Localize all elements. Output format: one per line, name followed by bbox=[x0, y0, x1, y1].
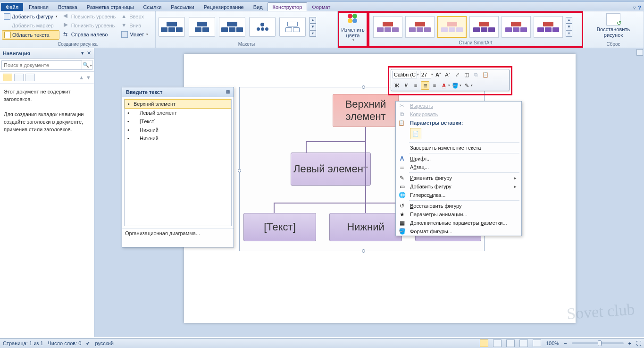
add-shape-button[interactable]: Добавить фигуру▾ bbox=[2, 12, 59, 21]
bold-icon[interactable]: Ж bbox=[393, 81, 401, 90]
align-center-icon[interactable]: ≣ bbox=[421, 81, 429, 90]
layout-thumb[interactable] bbox=[219, 17, 245, 37]
nav-prev-icon[interactable]: ▲ bbox=[79, 75, 84, 80]
ctx-cut[interactable]: ✂Вырезать bbox=[396, 102, 521, 110]
shrink-font-icon[interactable]: A˅ bbox=[443, 70, 452, 79]
nav-view-pages[interactable] bbox=[14, 74, 24, 81]
layout-dropdown[interactable]: Макет▾ bbox=[119, 30, 150, 39]
ctx-change-shape[interactable]: ✎Изменить фигуру▸ bbox=[396, 174, 521, 182]
search-input[interactable] bbox=[1, 60, 82, 70]
ribbon-minimize-icon[interactable]: ▿ bbox=[633, 5, 636, 11]
layout-thumb[interactable] bbox=[249, 17, 276, 37]
textpane-list[interactable]: Верхний элемент Левый элемент [Текст] Ни… bbox=[124, 99, 232, 226]
ctx-hyperlink[interactable]: 🌐Гиперссылка... bbox=[396, 191, 521, 199]
nav-view-headings[interactable] bbox=[3, 74, 12, 81]
paste-icon[interactable]: 📋 bbox=[481, 70, 490, 79]
ctx-more-layout[interactable]: ▦Дополнительные параметры разметки... bbox=[396, 219, 521, 227]
list-item[interactable]: Верхний элемент bbox=[125, 99, 231, 109]
tab-format[interactable]: Формат bbox=[307, 3, 335, 11]
view-print-layout[interactable] bbox=[480, 340, 488, 347]
gallery-more-icon[interactable]: ▾ bbox=[309, 30, 316, 37]
style-thumb[interactable] bbox=[502, 16, 531, 38]
gallery-more-icon[interactable]: ▾ bbox=[566, 30, 572, 37]
layout-thumb[interactable] bbox=[279, 17, 306, 37]
rtl-button[interactable]: ⇆Справа налево bbox=[61, 30, 118, 39]
view-draft[interactable] bbox=[533, 340, 541, 347]
status-language[interactable]: русский bbox=[95, 340, 113, 346]
status-words[interactable]: Число слов: 0 bbox=[48, 340, 82, 346]
context-menu[interactable]: ✂Вырезать ⧉Копировать 📋Параметры вставки… bbox=[395, 101, 522, 236]
align-left-icon[interactable]: ≡ bbox=[411, 81, 420, 90]
style-thumb-selected[interactable] bbox=[437, 16, 467, 38]
nav-dropdown-icon[interactable]: ▾ bbox=[81, 50, 84, 56]
list-item[interactable]: Нижний bbox=[125, 126, 231, 134]
nav-view-results[interactable] bbox=[25, 74, 35, 81]
ctx-paragraph[interactable]: ≣Абзац... bbox=[396, 163, 521, 171]
font-color-icon[interactable]: A bbox=[440, 81, 448, 90]
fill-color-icon[interactable]: 🪣 bbox=[451, 81, 460, 90]
list-item[interactable]: [Текст] bbox=[125, 117, 231, 126]
view-outline[interactable] bbox=[519, 340, 528, 347]
promote-button[interactable]: ⯇Повысить уровень bbox=[61, 12, 118, 21]
close-icon[interactable]: ✕ bbox=[87, 50, 91, 56]
ctx-end-edit[interactable]: Завершить изменение текста bbox=[396, 144, 521, 152]
status-page[interactable]: Страница: 1 из 1 bbox=[3, 340, 43, 346]
layouts-gallery[interactable]: ▲▼▾ bbox=[158, 12, 335, 41]
styles-icon[interactable]: ◫ bbox=[462, 70, 471, 79]
layout-thumb[interactable] bbox=[189, 17, 215, 37]
close-icon[interactable]: ⊠ bbox=[226, 89, 230, 95]
gallery-down-icon[interactable]: ▼ bbox=[566, 24, 572, 30]
help-icon[interactable]: ? bbox=[638, 5, 641, 11]
smartart-node-text[interactable]: [Текст] bbox=[243, 213, 316, 241]
style-thumb[interactable] bbox=[534, 16, 563, 38]
smartart-node-lower[interactable]: Нижний bbox=[329, 213, 402, 241]
demote-button[interactable]: ⯈Понизить уровень bbox=[61, 21, 118, 30]
list-item[interactable]: Левый элемент bbox=[125, 109, 231, 117]
reset-graphic-button[interactable]: ↺ Восстановить рисунок bbox=[585, 12, 642, 39]
tab-references[interactable]: Ссылки bbox=[139, 3, 167, 11]
layout-thumb[interactable] bbox=[159, 17, 185, 37]
ctx-font[interactable]: AШрифт... bbox=[396, 154, 521, 163]
tab-review[interactable]: Рецензирование bbox=[199, 3, 249, 11]
tab-pagelayout[interactable]: Разметка страницы bbox=[82, 3, 139, 11]
gallery-up-icon[interactable]: ▲ bbox=[309, 17, 316, 24]
style-thumb[interactable] bbox=[373, 16, 402, 38]
zoom-label[interactable]: 100% bbox=[546, 340, 559, 346]
tab-mailings[interactable]: Рассылки bbox=[166, 3, 199, 11]
text-area-toggle[interactable]: Область текста bbox=[2, 30, 59, 40]
outline-color-icon[interactable]: ✎ bbox=[462, 81, 471, 90]
tab-insert[interactable]: Вставка bbox=[53, 3, 82, 11]
move-down-button[interactable]: ▼Вниз bbox=[119, 21, 150, 30]
tab-home[interactable]: Главная bbox=[24, 3, 53, 11]
add-marker-button[interactable]: Добавить маркер bbox=[2, 21, 59, 30]
ctx-format-shape[interactable]: 🪣Формат фигуры... bbox=[396, 227, 521, 236]
ctx-restore-shape[interactable]: ↺Восстановить фигуру bbox=[396, 202, 521, 210]
copy-icon[interactable]: ⧉ bbox=[472, 70, 480, 79]
style-thumb[interactable] bbox=[469, 16, 499, 38]
font-combo[interactable] bbox=[393, 71, 417, 78]
smartart-node-left[interactable]: Левый элемент bbox=[291, 153, 371, 186]
autofit-icon[interactable]: ⤢ bbox=[453, 70, 461, 79]
paste-option-icon[interactable]: 📄 bbox=[410, 128, 421, 139]
textpane-footer[interactable]: Организационная диаграмма... bbox=[122, 228, 234, 238]
view-fullscreen[interactable] bbox=[493, 340, 502, 347]
tab-view[interactable]: Вид bbox=[249, 3, 268, 11]
change-colors-button[interactable]: Изменить цвета▾ bbox=[339, 13, 367, 43]
tab-file[interactable]: Файл bbox=[1, 3, 23, 11]
fullscreen-icon[interactable]: ⛶ bbox=[636, 340, 641, 346]
ctx-add-shape[interactable]: ▭Добавить фигуру▸ bbox=[396, 182, 521, 191]
zoom-slider[interactable] bbox=[572, 342, 624, 344]
zoom-out-icon[interactable]: − bbox=[564, 340, 567, 346]
align-right-icon[interactable]: ≡ bbox=[430, 81, 439, 90]
grow-font-icon[interactable]: A˄ bbox=[434, 70, 443, 79]
canvas[interactable]: Введите текст⊠ Верхний элемент Левый эле… bbox=[94, 48, 644, 337]
gallery-up-icon[interactable]: ▲ bbox=[566, 17, 572, 24]
view-web[interactable] bbox=[506, 340, 515, 347]
smartart-text-pane[interactable]: Введите текст⊠ Верхний элемент Левый эле… bbox=[122, 87, 234, 247]
search-icon[interactable]: 🔍▾ bbox=[82, 60, 92, 70]
style-thumb[interactable] bbox=[405, 16, 435, 38]
nav-next-icon[interactable]: ▼ bbox=[86, 75, 91, 80]
move-up-button[interactable]: ▲Вверх bbox=[119, 12, 150, 21]
mini-toolbar[interactable]: ▾ ▾ A˄ A˅ ⤢ ◫ ⧉ 📋 Ж К ≡ ≣ ≡ A▾ 🪣▾ ✎▾ bbox=[391, 69, 510, 91]
smartart-node-top[interactable]: Верхний элемент bbox=[333, 94, 399, 127]
